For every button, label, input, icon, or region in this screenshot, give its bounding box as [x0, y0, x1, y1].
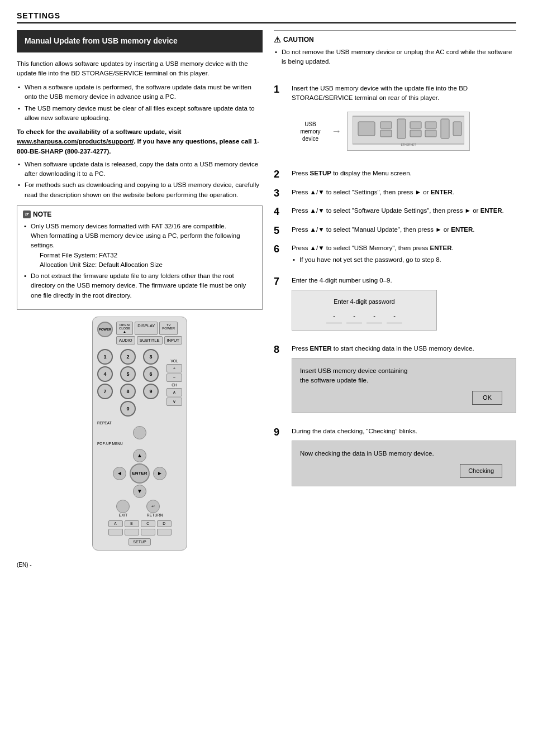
ok-button[interactable]: OK — [472, 391, 502, 405]
note-bullets: Only USB memory devices formatted with F… — [23, 222, 256, 300]
step-num-4: 4 — [274, 206, 286, 218]
subtitle-button[interactable]: SUBTITLE — [137, 336, 163, 344]
bottom-btn-4[interactable] — [157, 529, 172, 535]
device-diagram: ETHERNET — [347, 112, 470, 151]
nav-right-button[interactable]: ► — [153, 467, 166, 480]
input-button[interactable]: INPUT — [164, 336, 183, 344]
num-0-button[interactable]: 0 — [120, 401, 136, 417]
step-num-2: 2 — [274, 169, 286, 181]
insert-box-text: Insert USB memory device containingthe s… — [300, 366, 508, 386]
step-5: 5 Press ▲/▼ to select "Manual Update", t… — [274, 225, 516, 237]
step-content-9: During the data checking, “Checking” bli… — [292, 427, 516, 493]
vol-plus-button[interactable]: + — [166, 364, 182, 372]
step-content-8: Press ENTER to start checking data in th… — [292, 344, 516, 420]
password-digit-2[interactable]: - — [346, 311, 362, 323]
usb-diagram: USB memorydevice → — [292, 108, 516, 154]
exit-label: EXIT — [116, 513, 130, 517]
return-label: RETURN — [146, 513, 163, 517]
password-fields: - - - - — [299, 311, 430, 323]
step-num-3: 3 — [274, 188, 286, 200]
ch-up-button[interactable]: ∧ — [166, 388, 182, 396]
btn-d[interactable]: D — [157, 520, 172, 527]
step-num-6: 6 — [274, 243, 286, 256]
page-number: (EN) - — [17, 562, 263, 568]
bottom-btn-3[interactable] — [141, 529, 155, 535]
num-5-button[interactable]: 5 — [120, 366, 136, 382]
num-2-button[interactable]: 2 — [120, 349, 136, 365]
num-9-button[interactable]: 9 — [143, 384, 159, 399]
bottom-btn-2[interactable] — [125, 529, 139, 535]
repeat-button[interactable] — [133, 426, 146, 439]
exit-button[interactable] — [116, 500, 130, 513]
left-column: Manual Update from USB memory device Thi… — [17, 30, 263, 568]
repeat-label: REPEAT — [97, 421, 182, 425]
step-3: 3 Press ▲/▼ to select "Settings", then p… — [274, 188, 516, 200]
password-label: Enter 4-digit password — [299, 297, 430, 307]
step-content-4: Press ▲/▼ to select "Software Update Set… — [292, 206, 516, 216]
intro-text: This function allows software updates by… — [17, 59, 263, 79]
power-button[interactable]: POWER — [97, 322, 113, 337]
list-item: Do not extract the firmware update file … — [23, 271, 256, 300]
checking-box-text: Now checking the data in USB memory devi… — [300, 449, 508, 458]
svg-rect-3 — [380, 130, 392, 137]
bullets2: When software update data is released, c… — [17, 160, 263, 200]
password-digit-1[interactable]: - — [326, 311, 342, 323]
bottom-btn-1[interactable] — [108, 529, 123, 535]
num-1-button[interactable]: 1 — [97, 349, 113, 365]
tv-power-button[interactable]: TVPOWER — [159, 322, 178, 335]
checking-button[interactable]: Checking — [460, 464, 502, 478]
step-7: 7 Enter the 4-digit number using 0–9. En… — [274, 276, 516, 337]
password-digit-4[interactable]: - — [387, 311, 402, 323]
num-7-button[interactable]: 7 — [97, 384, 113, 399]
color-buttons: A B C D — [97, 520, 182, 527]
list-item: The USB memory device must be clear of a… — [17, 104, 263, 123]
ch-down-button[interactable]: ∨ — [166, 398, 182, 406]
step-content-1: Insert the USB memory device with the up… — [292, 84, 516, 162]
step-num-5: 5 — [274, 225, 286, 237]
step-6-subbullet: If you have not yet set the password, go… — [292, 255, 516, 265]
password-digit-3[interactable]: - — [367, 311, 382, 323]
svg-rect-7 — [425, 122, 436, 128]
audio-button[interactable]: AUDIO — [116, 336, 135, 344]
list-item: Do not remove the USB memory device or u… — [274, 47, 516, 67]
step-content-2: Press SETUP to display the Menu screen. — [292, 169, 516, 178]
vol-minus-button[interactable]: − — [166, 374, 182, 382]
nav-section: ▲ ◄ ENTER ► ▼ EXIT — [97, 449, 182, 517]
svg-text:ETHERNET: ETHERNET — [401, 143, 416, 146]
setup-button[interactable]: SETUP — [129, 538, 151, 546]
step-4: 4 Press ▲/▼ to select "Software Update S… — [274, 206, 516, 218]
power-label: POWER — [99, 328, 112, 331]
vol-label: VOL — [166, 359, 182, 363]
svg-rect-1 — [358, 122, 375, 136]
insert-box: Insert USB memory device containingthe s… — [292, 358, 516, 413]
return-button[interactable]: ↩ — [146, 500, 160, 513]
svg-rect-4 — [397, 119, 406, 138]
num-6-button[interactable]: 6 — [143, 366, 159, 382]
btn-c[interactable]: C — [141, 520, 155, 527]
caution-bullets: Do not remove the USB memory device or u… — [274, 47, 516, 67]
svg-rect-2 — [380, 122, 392, 128]
svg-rect-10 — [453, 122, 461, 136]
display-button[interactable]: DISPLAY — [135, 322, 158, 335]
enter-button[interactable]: ENTER — [130, 463, 150, 484]
nav-left-button[interactable]: ◄ — [113, 467, 126, 480]
open-close-button[interactable]: OPEN/CLOSE▲ — [116, 322, 133, 335]
step-num-7: 7 — [274, 276, 286, 288]
btn-a[interactable]: A — [108, 520, 123, 527]
list-item: When a software update is performed, the… — [17, 83, 263, 102]
step-8: 8 Press ENTER to start checking data in … — [274, 344, 516, 420]
note-icon: ☞ — [23, 210, 31, 218]
ch-label: CH — [166, 383, 182, 387]
bottom-buttons — [97, 529, 182, 535]
password-box: Enter 4-digit password - - - - — [292, 290, 437, 331]
step-num-8: 8 — [274, 344, 286, 356]
nav-up-button[interactable]: ▲ — [133, 449, 146, 462]
num-8-button[interactable]: 8 — [120, 384, 136, 399]
step-6: 6 Press ▲/▼ to select "USB Memory", then… — [274, 243, 516, 269]
btn-b[interactable]: B — [125, 520, 139, 527]
num-4-button[interactable]: 4 — [97, 366, 113, 382]
list-item: Only USB memory devices formatted with F… — [23, 222, 256, 270]
num-3-button[interactable]: 3 — [143, 349, 159, 365]
svg-rect-8 — [425, 130, 436, 137]
nav-down-button[interactable]: ▼ — [133, 485, 146, 498]
